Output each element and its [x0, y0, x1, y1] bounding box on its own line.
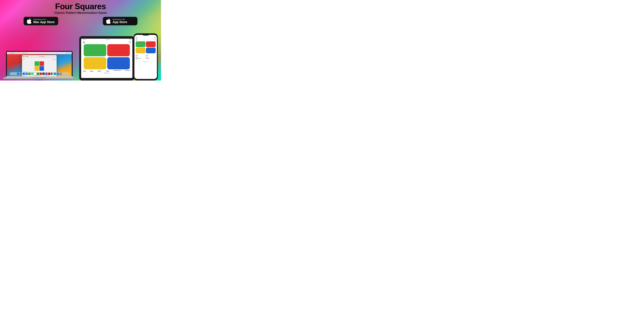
- iphone-set-pattern: Pattern Order: Modern: [136, 56, 146, 58]
- macbook-container:  Four Squares File Edit View Window Hel…: [3, 51, 76, 80]
- dock-facetime[interactable]: [37, 73, 39, 75]
- store-buttons-row: Download on the Mac App Store Download o…: [0, 17, 161, 25]
- iphone-frame: 9:41 ●●● Best 12 Current 4: [134, 33, 158, 80]
- macbook-chin: [6, 76, 72, 78]
- menu-item-help[interactable]: Help: [26, 52, 28, 54]
- macbook-base: [3, 78, 76, 79]
- dock-photos[interactable]: [51, 73, 53, 75]
- ipad-start-game-button[interactable]: Start Game: [81, 72, 132, 74]
- window-scores: Best– Current0: [23, 59, 56, 61]
- macos-menubar:  Four Squares File Edit View Window Hel…: [7, 52, 72, 54]
- app-subtitle: Classic Pattern Memorisation Game: [54, 11, 107, 14]
- ipad-date: Tue Jan 9: [106, 39, 110, 40]
- dock-tv[interactable]: [42, 73, 45, 75]
- dock-settings[interactable]: [60, 73, 62, 75]
- ipad-scores-bar: Best 12 Current 0: [81, 40, 132, 44]
- iphone-square-blue[interactable]: [146, 48, 156, 54]
- apple-logo-icon: [27, 18, 32, 24]
- dock-finder[interactable]: [17, 73, 19, 75]
- mac-store-button-text: Download on the Mac App Store: [33, 18, 54, 24]
- ipad-iphone-container: 9:41 AM Tue Jan 9 ●●● Best 12 Current: [79, 36, 158, 80]
- iphone-square-yellow[interactable]: [136, 48, 146, 54]
- ipad-settings-bar: Difficulty: Normal Mode: Endless Pattern…: [81, 69, 132, 72]
- macbook-outer:  Four Squares File Edit View Window Hel…: [3, 51, 76, 79]
- traffic-light-red[interactable]: [23, 56, 24, 57]
- mac-store-bottom-line: Mac App Store: [33, 20, 54, 24]
- ipad-battery: ●●●: [130, 39, 131, 40]
- ipad-square-green[interactable]: [84, 44, 106, 56]
- ipad-square-yellow[interactable]: [84, 57, 106, 69]
- ipad-best-block: Best 12: [83, 41, 85, 44]
- window-titlebar: Four Squares: [22, 55, 56, 58]
- iphone-scores: Best 12 Current 4: [134, 38, 157, 41]
- menu-item-app[interactable]: Four Squares: [9, 52, 14, 54]
- ipad-setting-difficulty: Difficulty: Normal: [83, 70, 86, 72]
- traffic-light-green[interactable]: [27, 56, 28, 57]
- page-wrapper: Four Squares Classic Pattern Memorisatio…: [0, 0, 161, 80]
- dock-bar: [10, 72, 69, 75]
- menu-item-edit[interactable]: Edit: [18, 52, 19, 54]
- ipad-current-block: Current 0: [128, 41, 130, 44]
- apple-menu[interactable]: : [8, 52, 8, 54]
- square-blue[interactable]: [40, 66, 44, 71]
- mac-store-top-line: Download on the: [33, 18, 54, 20]
- dock-calendar[interactable]: [34, 73, 36, 75]
- ipad-squares-grid: [81, 44, 132, 69]
- iphone-current-block: Current 4: [153, 38, 156, 41]
- ipad-status-bar: 9:41 AM Tue Jan 9 ●●●: [81, 39, 132, 40]
- ipad-square-blue[interactable]: [107, 57, 130, 69]
- iphone-settings-grid: Difficulty: Normal Mode: Endless Pattern…: [134, 54, 157, 60]
- app-store-button-text: Download on the App Store: [112, 18, 127, 24]
- dock-maps[interactable]: [31, 73, 33, 75]
- ipad-setting-gamecenter[interactable]: Game Center: [125, 70, 130, 72]
- window-current: Current0: [53, 59, 56, 61]
- iphone-squares-grid: [134, 41, 157, 54]
- iphone-set-sounds: Sounds: Classic: [146, 56, 156, 58]
- ipad-frame: 9:41 AM Tue Jan 9 ●●● Best 12 Current: [79, 36, 134, 80]
- apple-logo-icon-2: [106, 18, 111, 24]
- iphone-wrapper: 9:41 ●●● Best 12 Current 4: [134, 33, 158, 80]
- dock-safari[interactable]: [23, 73, 25, 75]
- header: Four Squares Classic Pattern Memorisatio…: [54, 0, 107, 14]
- dock-area: [10, 72, 69, 75]
- menu-item-view[interactable]: View: [20, 52, 22, 54]
- dock-news[interactable]: [48, 73, 50, 75]
- iphone-set-more[interactable]: More: [136, 59, 146, 60]
- iphone-signal: ●●●: [154, 37, 156, 38]
- dock-xcode[interactable]: [56, 73, 59, 75]
- iphone-square-red[interactable]: [146, 41, 156, 47]
- dock-messages[interactable]: [28, 73, 30, 75]
- mac-app-store-button[interactable]: Download on the Mac App Store: [24, 17, 58, 25]
- menu-item-file[interactable]: File: [15, 52, 16, 54]
- iphone-set-mode: Mode: Endless: [146, 54, 156, 56]
- dock-music[interactable]: [40, 73, 42, 75]
- iphone-square-green[interactable]: [136, 41, 146, 47]
- iphone-notch: [142, 33, 150, 36]
- devices-row:  Four Squares File Edit View Window Hel…: [0, 26, 161, 80]
- iphone-start-game-button[interactable]: Start Game: [134, 60, 157, 62]
- iphone-time: 9:41: [136, 37, 138, 38]
- macbook-screen-bezel:  Four Squares File Edit View Window Hel…: [6, 51, 72, 76]
- square-yellow[interactable]: [34, 66, 39, 71]
- ipad-wrapper: 9:41 AM Tue Jan 9 ●●● Best 12 Current: [79, 36, 134, 80]
- dock-appstore[interactable]: [54, 73, 56, 75]
- iphone-best-block: Best 12: [136, 38, 138, 41]
- iphone-set-gamecenter[interactable]: Game Center: [146, 58, 156, 59]
- iphone-set-completed[interactable]: Completed Games: [136, 58, 146, 59]
- square-green[interactable]: [34, 61, 39, 66]
- app-title: Four Squares: [54, 2, 107, 10]
- square-red[interactable]: [40, 61, 44, 66]
- ipad-time: 9:41 AM: [82, 39, 86, 40]
- dock-mail[interactable]: [26, 73, 28, 75]
- dock-launchpad[interactable]: [20, 73, 22, 75]
- iphone-screen: 9:41 ●●● Best 12 Current 4: [134, 35, 157, 79]
- macbook-screen:  Four Squares File Edit View Window Hel…: [7, 52, 72, 76]
- ipad-screen: 9:41 AM Tue Jan 9 ●●● Best 12 Current: [81, 39, 132, 78]
- traffic-light-yellow[interactable]: [25, 56, 26, 57]
- app-store-bottom-line: App Store: [112, 20, 127, 24]
- ipad-square-red[interactable]: [107, 44, 130, 56]
- menu-item-window[interactable]: Window: [22, 52, 25, 54]
- ipad-setting-completed[interactable]: Completed Games: [113, 70, 121, 72]
- app-store-button[interactable]: Download on the App Store: [103, 17, 138, 25]
- dock-podcasts[interactable]: [45, 73, 48, 75]
